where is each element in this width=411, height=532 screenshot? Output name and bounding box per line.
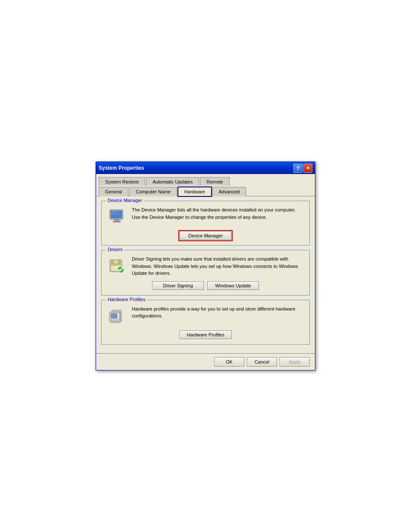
cancel-button[interactable]: Cancel [247, 357, 277, 367]
hardware-profiles-label: Hardware Profiles [106, 297, 147, 302]
apply-button[interactable]: Apply [280, 357, 310, 367]
drivers-label: Drivers [106, 247, 125, 252]
tab-advanced[interactable]: Advanced [212, 187, 246, 196]
close-button[interactable]: ✕ [303, 164, 312, 173]
svg-rect-3 [113, 221, 121, 222]
tabs-row-2: General Computer Name Hardware Advanced [96, 186, 315, 196]
driver-signing-button[interactable]: Driver Signing [152, 281, 204, 290]
hardware-profiles-description: Hardware profiles provide a way for you … [132, 305, 305, 320]
device-manager-description: The Device Manager lists all the hardwar… [132, 206, 305, 221]
tab-content: Device Manager [96, 196, 315, 353]
svg-rect-2 [115, 219, 119, 221]
windows-update-button[interactable]: Windows Update [207, 281, 259, 290]
tab-hardware[interactable]: Hardware [178, 187, 212, 196]
title-bar: System Properties ? ✕ [96, 162, 315, 174]
tab-general[interactable]: General [99, 187, 128, 196]
device-manager-label: Device Manager [106, 198, 144, 203]
bottom-bar: OK Cancel Apply [96, 353, 315, 370]
drivers-icon [106, 255, 128, 276]
tab-remote[interactable]: Remote [200, 177, 230, 186]
drivers-btn-row: Driver Signing Windows Update [106, 281, 305, 290]
hardware-profiles-button[interactable]: Hardware Profiles [179, 330, 231, 339]
system-properties-dialog: System Properties ? ✕ System Restore Aut… [96, 162, 315, 370]
drivers-section: Drivers Driver Si [101, 250, 310, 296]
svg-rect-9 [114, 260, 118, 264]
tabs-row-1: System Restore Automatic Updates Remote [96, 174, 315, 186]
tab-computer-name[interactable]: Computer Name [129, 187, 177, 196]
title-bar-controls: ? ✕ [293, 164, 312, 173]
ok-button[interactable]: OK [214, 357, 244, 367]
device-manager-icon [106, 206, 128, 227]
tab-automatic-updates[interactable]: Automatic Updates [146, 177, 199, 186]
tab-system-restore[interactable]: System Restore [99, 177, 145, 186]
hardware-profiles-body: Hardware profiles provide a way for you … [106, 305, 305, 326]
svg-rect-16 [110, 319, 119, 320]
device-manager-btn-row: Device Manager [106, 231, 305, 240]
drivers-description: Driver Signing lets you make sure that i… [132, 255, 305, 277]
device-manager-body: The Device Manager lists all the hardwar… [106, 206, 305, 227]
device-manager-section: Device Manager [101, 201, 310, 246]
svg-rect-15 [111, 314, 117, 318]
hardware-profiles-btn-row: Hardware Profiles [106, 330, 305, 339]
device-manager-button[interactable]: Device Manager [180, 231, 231, 240]
hardware-profiles-icon [106, 305, 128, 326]
help-button[interactable]: ? [293, 164, 302, 173]
drivers-body: Driver Signing lets you make sure that i… [106, 255, 305, 277]
hardware-profiles-section: Hardware Profiles [101, 300, 310, 345]
dialog-title: System Properties [99, 165, 144, 171]
